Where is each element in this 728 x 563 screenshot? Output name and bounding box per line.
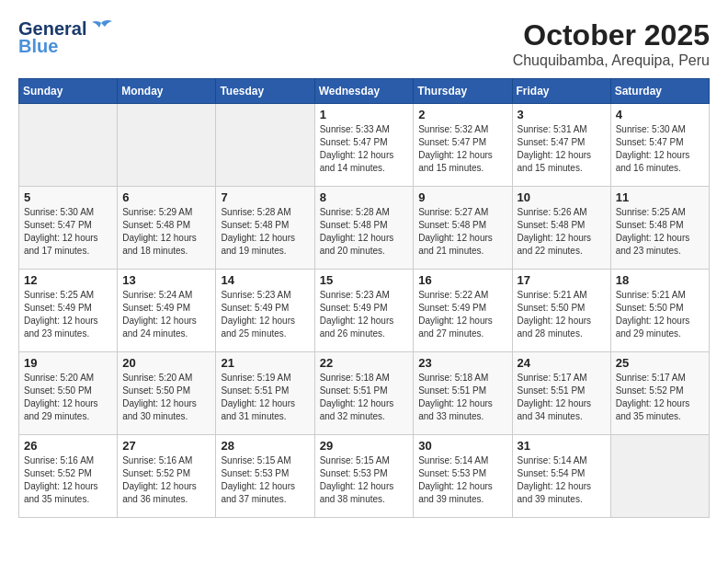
- calendar-cell: 5Sunrise: 5:30 AM Sunset: 5:47 PM Daylig…: [19, 187, 118, 270]
- calendar-cell: [19, 104, 118, 187]
- day-info: Sunrise: 5:32 AM Sunset: 5:47 PM Dayligh…: [418, 123, 506, 175]
- day-number: 15: [320, 273, 409, 287]
- day-info: Sunrise: 5:17 AM Sunset: 5:52 PM Dayligh…: [616, 372, 704, 423]
- day-info: Sunrise: 5:28 AM Sunset: 5:48 PM Dayligh…: [320, 206, 409, 258]
- calendar-cell: 9Sunrise: 5:27 AM Sunset: 5:48 PM Daylig…: [414, 187, 512, 270]
- calendar-cell: 16Sunrise: 5:22 AM Sunset: 5:49 PM Dayli…: [414, 270, 512, 352]
- day-info: Sunrise: 5:17 AM Sunset: 5:51 PM Dayligh…: [518, 372, 606, 423]
- day-number: 6: [122, 190, 210, 204]
- day-info: Sunrise: 5:33 AM Sunset: 5:47 PM Dayligh…: [320, 123, 409, 175]
- day-number: 22: [320, 356, 409, 370]
- day-number: 31: [518, 439, 606, 453]
- calendar-cell: 28Sunrise: 5:15 AM Sunset: 5:53 PM Dayli…: [216, 435, 314, 518]
- calendar-cell: [610, 435, 709, 518]
- day-info: Sunrise: 5:25 AM Sunset: 5:49 PM Dayligh…: [24, 289, 112, 340]
- logo: General Blue: [18, 18, 114, 57]
- day-number: 26: [24, 439, 112, 453]
- logo-bird-icon: [88, 19, 114, 40]
- day-info: Sunrise: 5:26 AM Sunset: 5:48 PM Dayligh…: [518, 206, 606, 258]
- day-info: Sunrise: 5:18 AM Sunset: 5:51 PM Dayligh…: [320, 372, 409, 423]
- calendar-cell: 8Sunrise: 5:28 AM Sunset: 5:48 PM Daylig…: [314, 187, 414, 270]
- calendar-cell: 18Sunrise: 5:21 AM Sunset: 5:50 PM Dayli…: [610, 270, 709, 352]
- day-info: Sunrise: 5:30 AM Sunset: 5:47 PM Dayligh…: [616, 123, 704, 175]
- calendar-cell: 1Sunrise: 5:33 AM Sunset: 5:47 PM Daylig…: [314, 104, 414, 187]
- weekday-header-monday: Monday: [118, 79, 216, 104]
- day-info: Sunrise: 5:23 AM Sunset: 5:49 PM Dayligh…: [221, 289, 309, 340]
- day-number: 17: [518, 273, 606, 287]
- calendar-cell: 13Sunrise: 5:24 AM Sunset: 5:49 PM Dayli…: [118, 270, 216, 352]
- calendar-cell: 29Sunrise: 5:15 AM Sunset: 5:53 PM Dayli…: [314, 435, 414, 518]
- day-info: Sunrise: 5:22 AM Sunset: 5:49 PM Dayligh…: [418, 289, 506, 340]
- day-number: 18: [616, 273, 704, 287]
- day-number: 2: [418, 108, 506, 121]
- day-info: Sunrise: 5:31 AM Sunset: 5:47 PM Dayligh…: [518, 123, 606, 175]
- day-number: 27: [122, 439, 210, 453]
- calendar-cell: 17Sunrise: 5:21 AM Sunset: 5:50 PM Dayli…: [512, 270, 610, 352]
- day-number: 3: [518, 108, 606, 121]
- day-number: 30: [418, 439, 506, 453]
- day-info: Sunrise: 5:27 AM Sunset: 5:48 PM Dayligh…: [418, 206, 506, 258]
- day-info: Sunrise: 5:24 AM Sunset: 5:49 PM Dayligh…: [122, 289, 210, 340]
- logo-blue: Blue: [18, 36, 58, 57]
- calendar-cell: 4Sunrise: 5:30 AM Sunset: 5:47 PM Daylig…: [610, 104, 709, 187]
- day-number: 7: [221, 190, 309, 204]
- day-number: 4: [616, 108, 704, 121]
- day-number: 16: [418, 273, 506, 287]
- calendar-cell: 19Sunrise: 5:20 AM Sunset: 5:50 PM Dayli…: [19, 352, 118, 435]
- day-info: Sunrise: 5:21 AM Sunset: 5:50 PM Dayligh…: [518, 289, 606, 340]
- day-number: 25: [616, 356, 704, 370]
- calendar-cell: 26Sunrise: 5:16 AM Sunset: 5:52 PM Dayli…: [19, 435, 118, 518]
- day-number: 23: [418, 356, 506, 370]
- day-info: Sunrise: 5:30 AM Sunset: 5:47 PM Dayligh…: [24, 206, 112, 258]
- location-title: Chuquibamba, Arequipa, Peru: [513, 52, 710, 69]
- day-info: Sunrise: 5:21 AM Sunset: 5:50 PM Dayligh…: [616, 289, 704, 340]
- day-number: 9: [418, 190, 506, 204]
- day-info: Sunrise: 5:28 AM Sunset: 5:48 PM Dayligh…: [221, 206, 309, 258]
- weekday-header-saturday: Saturday: [610, 79, 709, 104]
- day-number: 28: [221, 439, 309, 453]
- day-info: Sunrise: 5:14 AM Sunset: 5:53 PM Dayligh…: [418, 454, 506, 506]
- day-info: Sunrise: 5:20 AM Sunset: 5:50 PM Dayligh…: [24, 372, 112, 423]
- weekday-header-friday: Friday: [512, 79, 610, 104]
- calendar-cell: 27Sunrise: 5:16 AM Sunset: 5:52 PM Dayli…: [118, 435, 216, 518]
- day-number: 20: [122, 356, 210, 370]
- calendar-cell: [118, 104, 216, 187]
- day-number: 14: [221, 273, 309, 287]
- day-info: Sunrise: 5:16 AM Sunset: 5:52 PM Dayligh…: [24, 454, 112, 506]
- week-row-2: 5Sunrise: 5:30 AM Sunset: 5:47 PM Daylig…: [19, 187, 710, 270]
- calendar-cell: 11Sunrise: 5:25 AM Sunset: 5:48 PM Dayli…: [610, 187, 709, 270]
- day-info: Sunrise: 5:18 AM Sunset: 5:51 PM Dayligh…: [418, 372, 506, 423]
- calendar-cell: 2Sunrise: 5:32 AM Sunset: 5:47 PM Daylig…: [414, 104, 512, 187]
- calendar-cell: 6Sunrise: 5:29 AM Sunset: 5:48 PM Daylig…: [118, 187, 216, 270]
- calendar-table: SundayMondayTuesdayWednesdayThursdayFrid…: [18, 78, 710, 518]
- calendar-cell: 14Sunrise: 5:23 AM Sunset: 5:49 PM Dayli…: [216, 270, 314, 352]
- day-info: Sunrise: 5:16 AM Sunset: 5:52 PM Dayligh…: [122, 454, 210, 506]
- day-number: 11: [616, 190, 704, 204]
- day-info: Sunrise: 5:14 AM Sunset: 5:54 PM Dayligh…: [518, 454, 606, 506]
- month-title: October 2025: [513, 18, 710, 52]
- day-info: Sunrise: 5:15 AM Sunset: 5:53 PM Dayligh…: [221, 454, 309, 506]
- calendar-cell: 24Sunrise: 5:17 AM Sunset: 5:51 PM Dayli…: [512, 352, 610, 435]
- day-number: 1: [320, 108, 409, 121]
- day-number: 12: [24, 273, 112, 287]
- day-number: 21: [221, 356, 309, 370]
- calendar-cell: 15Sunrise: 5:23 AM Sunset: 5:49 PM Dayli…: [314, 270, 414, 352]
- day-info: Sunrise: 5:20 AM Sunset: 5:50 PM Dayligh…: [122, 372, 210, 423]
- day-number: 13: [122, 273, 210, 287]
- day-number: 29: [320, 439, 409, 453]
- calendar-cell: 25Sunrise: 5:17 AM Sunset: 5:52 PM Dayli…: [610, 352, 709, 435]
- week-row-1: 1Sunrise: 5:33 AM Sunset: 5:47 PM Daylig…: [19, 104, 710, 187]
- weekday-header-row: SundayMondayTuesdayWednesdayThursdayFrid…: [19, 79, 710, 104]
- day-info: Sunrise: 5:25 AM Sunset: 5:48 PM Dayligh…: [616, 206, 704, 258]
- week-row-5: 26Sunrise: 5:16 AM Sunset: 5:52 PM Dayli…: [19, 435, 710, 518]
- day-info: Sunrise: 5:15 AM Sunset: 5:53 PM Dayligh…: [320, 454, 409, 506]
- calendar-cell: 10Sunrise: 5:26 AM Sunset: 5:48 PM Dayli…: [512, 187, 610, 270]
- weekday-header-wednesday: Wednesday: [314, 79, 414, 104]
- calendar-cell: 20Sunrise: 5:20 AM Sunset: 5:50 PM Dayli…: [118, 352, 216, 435]
- day-info: Sunrise: 5:19 AM Sunset: 5:51 PM Dayligh…: [221, 372, 309, 423]
- calendar-cell: [216, 104, 314, 187]
- calendar-cell: 30Sunrise: 5:14 AM Sunset: 5:53 PM Dayli…: [414, 435, 512, 518]
- day-number: 24: [518, 356, 606, 370]
- day-number: 5: [24, 190, 112, 204]
- calendar-cell: 12Sunrise: 5:25 AM Sunset: 5:49 PM Dayli…: [19, 270, 118, 352]
